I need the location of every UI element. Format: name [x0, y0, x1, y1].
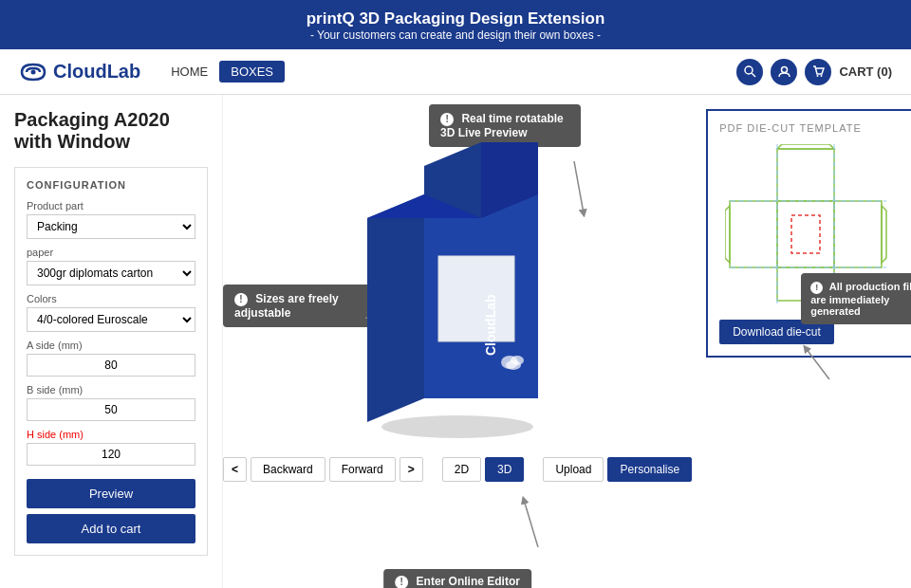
svg-line-34 — [806, 348, 829, 379]
a-side-input[interactable]: 80 — [27, 354, 195, 377]
svg-point-0 — [31, 69, 36, 74]
forward-arrow-btn[interactable]: > — [400, 457, 423, 482]
svg-marker-9 — [367, 194, 424, 422]
logo-text: CloudLab — [53, 61, 140, 83]
h-side-group: H side (mm) 120 — [27, 429, 195, 466]
b-side-label: B side (mm) — [27, 384, 195, 395]
paper-group: paper 300gr diplomats carton — [27, 247, 195, 285]
center-wrapper: Real time rotatable 3D Live Preview Size… — [223, 95, 692, 588]
cart-icon — [812, 65, 825, 78]
production-callout: ! All production files are immediately g… — [801, 273, 911, 324]
svg-rect-14 — [438, 256, 514, 341]
a-side-group: A side (mm) 80 — [27, 340, 195, 377]
view-3d-btn[interactable]: 3D — [485, 457, 524, 482]
colors-group: Colors 4/0-colored Euroscale — [27, 293, 195, 332]
view-2d-btn[interactable]: 2D — [442, 457, 481, 482]
colors-label: Colors — [27, 293, 195, 304]
center-area: Real time rotatable 3D Live Preview Size… — [223, 95, 692, 542]
svg-rect-21 — [777, 149, 834, 201]
box-svg: CloudLab — [339, 142, 576, 446]
user-button[interactable] — [771, 59, 797, 85]
svg-point-5 — [820, 75, 822, 77]
preview-button[interactable]: Preview — [27, 479, 195, 508]
svg-line-2 — [752, 73, 755, 77]
sizes-callout-text: Sizes are freely adjustable — [234, 292, 339, 320]
svg-point-4 — [816, 75, 818, 77]
die-cut-title: PDF DIE-CUT TEMPLATE — [719, 122, 911, 134]
svg-marker-26 — [777, 144, 834, 149]
svg-point-8 — [381, 415, 533, 438]
right-panel: PDF DIE-CUT TEMPLATE — [692, 95, 911, 588]
logo: CloudLab — [19, 61, 140, 83]
banner-title: printQ 3D Packaging Design Extension — [0, 9, 911, 28]
realtime-callout-text: Real time rotatable 3D Live Preview — [440, 112, 564, 139]
cart-label: CART (0) — [839, 64, 892, 79]
forward-btn[interactable]: Forward — [329, 457, 396, 482]
editor-callout-area: ! Enter Online Editor — [223, 542, 692, 588]
svg-point-1 — [745, 66, 753, 74]
h-side-input[interactable]: 120 — [27, 443, 195, 466]
banner-subtitle: - Your customers can create and design t… — [0, 28, 911, 42]
svg-marker-28 — [882, 206, 886, 263]
search-icon — [744, 65, 756, 78]
product-part-group: Product part Packing — [27, 200, 195, 239]
h-side-label: H side (mm) — [27, 429, 195, 440]
production-arrow — [801, 343, 858, 381]
editor-excl-icon: ! — [395, 576, 408, 588]
svg-rect-24 — [834, 201, 882, 267]
backward-arrow-btn[interactable]: < — [223, 457, 247, 482]
logo-icon — [19, 62, 47, 83]
editor-callout: ! Enter Online Editor — [383, 569, 531, 588]
config-section: CONFIGURATION Product part Packing paper… — [14, 167, 208, 556]
svg-point-19 — [506, 360, 521, 370]
upload-btn[interactable]: Upload — [543, 457, 604, 482]
editor-callout-text: Enter Online Editor — [417, 575, 520, 588]
nav-links: HOME BOXES — [159, 61, 285, 83]
sidebar: Packaging A2020 with Window CONFIGURATIO… — [0, 95, 223, 588]
navigation: CloudLab HOME BOXES CART (0) — [0, 49, 911, 95]
svg-text:CloudLab: CloudLab — [483, 294, 498, 356]
realtime-callout: Real time rotatable 3D Live Preview — [429, 104, 581, 147]
svg-rect-23 — [730, 201, 777, 267]
personalise-btn[interactable]: Personalise — [607, 457, 692, 482]
search-button[interactable] — [736, 59, 763, 85]
product-part-select[interactable]: Packing — [27, 214, 195, 239]
svg-point-3 — [781, 67, 787, 73]
production-excl-icon: ! — [810, 282, 823, 294]
nav-right: CART (0) — [736, 59, 892, 85]
svg-rect-22 — [777, 201, 834, 267]
main-content: Packaging A2020 with Window CONFIGURATIO… — [0, 95, 911, 588]
user-icon — [778, 65, 790, 78]
svg-line-20 — [524, 500, 538, 547]
page-title: Packaging A2020 with Window — [14, 109, 208, 153]
b-side-group: B side (mm) 50 — [27, 384, 195, 421]
paper-label: paper — [27, 247, 195, 258]
production-callout-text: All production files are immediately gen… — [810, 281, 911, 317]
bottom-controls: < Backward Forward > 2D 3D Upload Person… — [223, 450, 692, 486]
product-part-label: Product part — [27, 200, 195, 211]
nav-boxes[interactable]: BOXES — [219, 61, 285, 83]
svg-marker-27 — [725, 206, 730, 263]
box-3d: CloudLab — [339, 142, 576, 450]
editor-arrow — [514, 495, 562, 547]
backward-btn[interactable]: Backward — [251, 457, 325, 482]
svg-rect-29 — [791, 215, 820, 253]
nav-home[interactable]: HOME — [159, 61, 219, 83]
paper-select[interactable]: 300gr diplomats carton — [27, 261, 195, 285]
cart-icon-button[interactable] — [805, 59, 831, 85]
colors-select[interactable]: 4/0-colored Euroscale — [27, 307, 195, 332]
add-to-cart-button[interactable]: Add to cart — [27, 514, 195, 543]
b-side-input[interactable]: 50 — [27, 398, 195, 421]
config-title: CONFIGURATION — [27, 179, 195, 191]
top-banner: printQ 3D Packaging Design Extension - Y… — [0, 0, 911, 49]
a-side-label: A side (mm) — [27, 340, 195, 351]
